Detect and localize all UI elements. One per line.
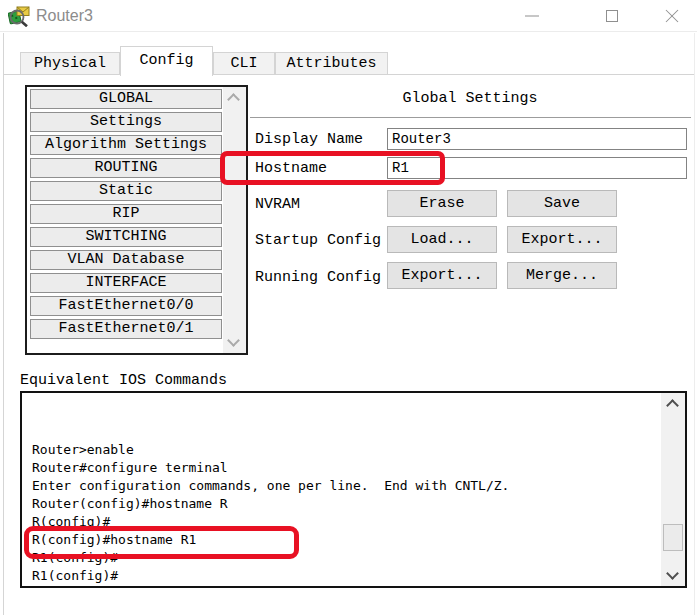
sidebar-item-vlan-database[interactable]: VLAN Database (30, 250, 222, 270)
packet-tracer-logo-icon (8, 5, 30, 27)
tab-config[interactable]: Config (120, 46, 213, 76)
sidebar-scrollbar[interactable] (223, 87, 246, 353)
running-config-label: Running Config (255, 269, 381, 286)
sidebar-item-static[interactable]: Static (30, 181, 222, 201)
maximize-button[interactable] (590, 0, 634, 32)
scrollbar-thumb[interactable] (663, 524, 683, 551)
startup-config-label: Startup Config (255, 232, 381, 249)
ios-line: R(config)#hostname R1 (32, 531, 657, 549)
nvram-erase-button[interactable]: Erase (387, 190, 497, 217)
maximize-icon (606, 10, 618, 22)
close-button[interactable] (650, 0, 694, 32)
ios-line: R1(config)# (32, 549, 657, 567)
sidebar-item-global[interactable]: GLOBAL (30, 89, 222, 109)
ios-commands-label: Equivalent IOS Commands (20, 372, 227, 389)
tab-cli[interactable]: CLI (213, 52, 275, 75)
ios-line: Router>enable (32, 441, 657, 459)
ios-line: Router(config)#hostname R (32, 495, 657, 513)
sidebar-item-rip[interactable]: RIP (30, 204, 222, 224)
ios-command-lines: Router>enableRouter#configure terminalEn… (32, 441, 657, 585)
nvram-save-button[interactable]: Save (507, 190, 617, 217)
sidebar-item-interface[interactable]: INTERFACE (30, 273, 222, 293)
startup-export-button[interactable]: Export... (507, 226, 617, 253)
title-bar: Router3 (0, 0, 697, 32)
panel-title: Global Settings (250, 90, 690, 107)
hostname-label: Hostname (255, 160, 327, 177)
scroll-up-icon[interactable] (666, 399, 679, 412)
sidebar-item-algorithm-settings[interactable]: Algorithm Settings (30, 135, 222, 155)
sidebar-item-fastethernet0-0[interactable]: FastEthernet0/0 (30, 296, 222, 316)
running-export-button[interactable]: Export... (387, 262, 497, 289)
window-title: Router3 (36, 0, 93, 32)
config-section-list: GLOBALSettingsAlgorithm SettingsROUTINGS… (25, 85, 248, 355)
window-right-border (694, 33, 695, 615)
ios-line: Enter configuration commands, one per li… (32, 477, 657, 495)
startup-load-button[interactable]: Load... (387, 226, 497, 253)
running-merge-button[interactable]: Merge... (507, 262, 617, 289)
display-name-input[interactable] (387, 128, 687, 150)
scroll-down-icon[interactable] (666, 567, 679, 580)
ios-line: R1(config)# (32, 567, 657, 585)
scroll-up-icon[interactable] (227, 93, 240, 106)
sidebar-item-routing[interactable]: ROUTING (30, 158, 222, 178)
config-section-items: GLOBALSettingsAlgorithm SettingsROUTINGS… (30, 89, 222, 342)
scroll-down-icon[interactable] (227, 334, 240, 347)
minimize-icon (525, 16, 539, 17)
ios-commands-output[interactable]: Router>enableRouter#configure terminalEn… (20, 391, 687, 588)
terminal-scrollbar[interactable] (661, 393, 685, 586)
sidebar-item-fastethernet0-1[interactable]: FastEthernet0/1 (30, 319, 222, 339)
ios-line: Router#configure terminal (32, 459, 657, 477)
minimize-button[interactable] (510, 0, 554, 32)
display-name-label: Display Name (255, 131, 363, 148)
tab-attributes[interactable]: Attributes (275, 52, 388, 75)
sidebar-item-settings[interactable]: Settings (30, 112, 222, 132)
hostname-input[interactable] (387, 157, 687, 179)
tab-physical[interactable]: Physical (20, 52, 120, 75)
panel-divider (250, 117, 691, 118)
sidebar-item-switching[interactable]: SWITCHING (30, 227, 222, 247)
window-left-border (3, 33, 4, 615)
nvram-label: NVRAM (255, 196, 300, 213)
ios-line: R(config)# (32, 513, 657, 531)
